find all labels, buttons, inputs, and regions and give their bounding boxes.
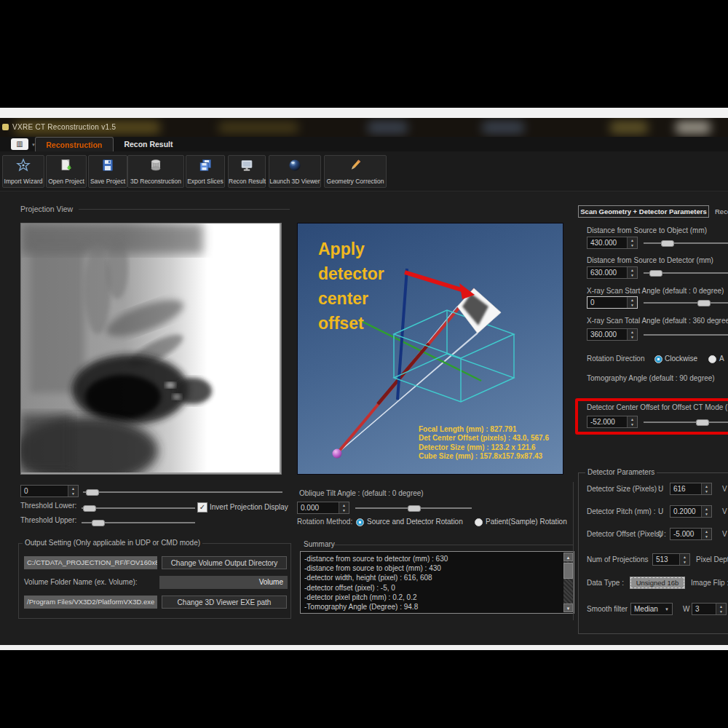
info-line: Det Center Offset (pixels) : 43.0, 567.6 bbox=[419, 434, 549, 443]
import-wizard-button[interactable]: Import Wizard bbox=[2, 155, 44, 188]
scroll-up-icon[interactable]: ▲ bbox=[563, 553, 573, 561]
summary-listbox[interactable]: -distance from source to detector (mm) :… bbox=[300, 551, 574, 614]
slider-thumb[interactable] bbox=[697, 300, 711, 306]
data-type-label: Data Type : bbox=[587, 579, 624, 587]
rotation-clockwise-radio[interactable] bbox=[654, 355, 662, 363]
detector-size-u-spinner[interactable]: 616 ▲▼ bbox=[670, 483, 712, 495]
invert-projection-checkbox[interactable]: ✓ bbox=[197, 502, 207, 513]
tab-recon-more[interactable]: Recon bbox=[715, 207, 728, 215]
geometry-correction-button[interactable]: Geometry Correction bbox=[324, 155, 387, 188]
slider-thumb[interactable] bbox=[83, 505, 96, 512]
scan-start-angle-spinner[interactable]: 0 ▲▼ bbox=[587, 296, 638, 309]
scan-total-angle-spinner[interactable]: 360.000 ▲▼ bbox=[587, 328, 638, 341]
detector-pitch-label: Detector Pitch (mm) : bbox=[587, 507, 655, 515]
summary-line: -detector width, height (pixel) : 616, 6… bbox=[304, 573, 562, 582]
recon-result-button[interactable]: Recon Result bbox=[228, 155, 266, 188]
summary-line: -distance from source to detector (mm) :… bbox=[304, 554, 562, 563]
source-to-object-slider[interactable] bbox=[644, 242, 728, 244]
spinner-arrows-icon[interactable]: ▲▼ bbox=[627, 297, 637, 308]
3d-reconstruction-button[interactable]: 3D Reconstruction bbox=[127, 155, 184, 188]
slider-thumb[interactable] bbox=[408, 505, 421, 512]
threshold-lower-slider[interactable] bbox=[82, 507, 195, 509]
launch-3d-viewer-button[interactable]: Launch 3D Viewer bbox=[269, 155, 321, 188]
frame-index-spinner[interactable]: 0 ▲▼ bbox=[20, 485, 79, 497]
smooth-filter-label: Smooth filter bbox=[587, 605, 628, 613]
threshold-upper-slider[interactable] bbox=[82, 522, 195, 523]
data-type-value[interactable]: Unsigned 16b bbox=[630, 577, 685, 589]
volume-output-directory-field[interactable]: C:/CTDATA_PROJECTION_RF/FOV160x80 bbox=[24, 556, 157, 569]
slider-thumb[interactable] bbox=[92, 520, 105, 526]
change-volume-output-directory-button[interactable]: Change Volume Output Directory bbox=[162, 556, 287, 569]
rotation-anticlockwise-label: A bbox=[719, 355, 724, 363]
detector-center-offset-spinner[interactable]: -52.000 ▲▼ bbox=[587, 416, 638, 428]
slider-thumb[interactable] bbox=[661, 240, 674, 247]
summary-lines: -distance from source to detector (mm) :… bbox=[304, 554, 562, 612]
detector-parameters-group-label: Detector Parameters bbox=[585, 468, 657, 476]
tab-scan-geometry[interactable]: Scan Geometry + Detector Parameters bbox=[578, 205, 709, 218]
sphere-icon bbox=[288, 158, 302, 173]
spinner-arrows-icon[interactable]: ▲▼ bbox=[627, 267, 637, 278]
source-to-detector-slider[interactable] bbox=[644, 272, 728, 274]
info-line: Detector Size (mm) : 123.2 x 121.6 bbox=[419, 443, 549, 452]
geometry-3d-view[interactable]: Apply detector center offset Focal Lengt… bbox=[297, 223, 563, 475]
slider-thumb[interactable] bbox=[649, 270, 662, 277]
source-to-detector-spinner[interactable]: 630.000 ▲▼ bbox=[587, 266, 638, 279]
volume-folder-name-field[interactable]: Volume bbox=[159, 576, 288, 589]
detector-offset-u-spinner[interactable]: -5.000 ▲▼ bbox=[670, 528, 712, 540]
rotation-method-source-label: Source and Detector Rotation bbox=[367, 518, 463, 526]
tab-recon-result[interactable]: Recon Result bbox=[116, 137, 181, 151]
source-to-object-spinner[interactable]: 430.000 ▲▼ bbox=[587, 237, 638, 249]
monitor-icon bbox=[240, 158, 254, 173]
rotation-method-patient-radio[interactable] bbox=[475, 518, 483, 526]
tab-reconstruction[interactable]: Reconstruction bbox=[35, 137, 114, 151]
window-titlebar[interactable]: VXRE CT Reconstruction v1.5 bbox=[0, 118, 728, 137]
group-divider bbox=[334, 545, 574, 545]
viewer-exe-path-field[interactable]: /Program Files/VX3D2/PlatformVX3D.exe bbox=[24, 596, 157, 609]
annotation-line: offset bbox=[318, 315, 364, 332]
axis-v-label: V bbox=[722, 530, 727, 538]
report-icon-button[interactable]: ▥ bbox=[11, 138, 28, 150]
threshold-lower-label: Threshold Lower: bbox=[20, 502, 76, 510]
annotation-line: Apply bbox=[318, 241, 365, 258]
w-spinner[interactable]: 3 ▲▼ bbox=[692, 603, 727, 615]
frame-index-slider[interactable] bbox=[83, 491, 282, 493]
open-project-button[interactable]: Open Project bbox=[46, 155, 87, 188]
export-slices-button[interactable]: Export Slices bbox=[186, 155, 225, 188]
change-3d-viewer-exe-button[interactable]: Change 3D Viewer EXE path bbox=[162, 596, 287, 609]
summary-line: -distance from source to object (mm) : 4… bbox=[304, 563, 562, 573]
spinner-arrows-icon[interactable]: ▲▼ bbox=[68, 486, 78, 496]
spinner-arrows-icon[interactable]: ▲▼ bbox=[701, 506, 711, 517]
cylinder-stack-icon bbox=[149, 158, 163, 173]
axis-v-label: V bbox=[722, 485, 727, 493]
detector-center-offset-slider[interactable] bbox=[644, 422, 728, 423]
rotation-method-source-radio[interactable] bbox=[356, 518, 364, 526]
detector-size-label: Detector Size (Pixels) : bbox=[587, 485, 661, 493]
spinner-arrows-icon[interactable]: ▲▼ bbox=[627, 237, 637, 248]
oblique-tilt-label: Oblique Tilt Angle : (default : 0 degree… bbox=[299, 489, 424, 497]
save-project-button[interactable]: Save Project bbox=[88, 155, 127, 188]
xray-image bbox=[21, 223, 280, 472]
summary-scrollbar[interactable]: ▲ ▼ bbox=[563, 553, 573, 612]
spinner-arrows-icon[interactable]: ▲▼ bbox=[679, 554, 689, 565]
oblique-tilt-slider[interactable] bbox=[355, 507, 472, 509]
scan-start-angle-slider[interactable] bbox=[644, 302, 728, 304]
scroll-down-icon[interactable]: ▼ bbox=[563, 604, 573, 612]
detector-offset-label: Detector Offset (Pixels) : bbox=[587, 530, 666, 538]
spinner-arrows-icon[interactable]: ▲▼ bbox=[339, 502, 349, 513]
open-document-icon bbox=[59, 158, 74, 173]
slider-thumb[interactable] bbox=[696, 419, 709, 426]
spinner-arrows-icon[interactable]: ▲▼ bbox=[701, 529, 711, 539]
smooth-filter-dropdown[interactable]: Median▼ bbox=[630, 603, 673, 615]
spinner-arrows-icon[interactable]: ▲▼ bbox=[627, 329, 637, 340]
spinner-arrows-icon[interactable]: ▲▼ bbox=[716, 604, 726, 614]
oblique-tilt-spinner[interactable]: 0.000 ▲▼ bbox=[297, 502, 349, 514]
scrollbar-thumb[interactable] bbox=[563, 563, 573, 579]
rotation-anticlockwise-radio[interactable] bbox=[708, 355, 716, 363]
slider-thumb[interactable] bbox=[86, 489, 99, 496]
projection-xray-view[interactable] bbox=[20, 223, 282, 475]
spinner-arrows-icon[interactable]: ▲▼ bbox=[627, 416, 637, 427]
num-projections-spinner[interactable]: 513 ▲▼ bbox=[652, 553, 690, 566]
spinner-arrows-icon[interactable]: ▲▼ bbox=[701, 483, 711, 494]
scan-total-angle-slider[interactable] bbox=[644, 334, 728, 336]
detector-pitch-u-spinner[interactable]: 0.2000 ▲▼ bbox=[670, 505, 712, 518]
